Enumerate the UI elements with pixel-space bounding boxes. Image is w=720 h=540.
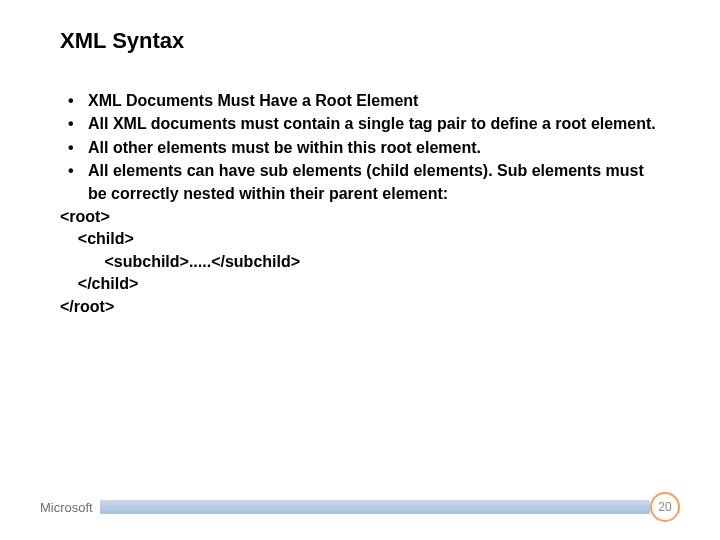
code-example: <root> <child> <subchild>.....</subchild…: [60, 206, 660, 318]
bullet-item: All elements can have sub elements (chil…: [60, 160, 660, 205]
page-number-badge: 20: [650, 492, 680, 522]
slide-title: XML Syntax: [60, 28, 660, 54]
bullet-item: All other elements must be within this r…: [60, 137, 660, 159]
slide-footer: Microsoft 20: [40, 492, 680, 522]
bullet-item: All XML documents must contain a single …: [60, 113, 660, 135]
bullet-item: XML Documents Must Have a Root Element: [60, 90, 660, 112]
brand-label: Microsoft: [40, 500, 93, 515]
slide: XML Syntax XML Documents Must Have a Roo…: [0, 0, 720, 540]
page-number: 20: [658, 500, 671, 514]
bullet-list: XML Documents Must Have a Root Element A…: [60, 90, 660, 205]
slide-content: XML Documents Must Have a Root Element A…: [60, 90, 660, 318]
